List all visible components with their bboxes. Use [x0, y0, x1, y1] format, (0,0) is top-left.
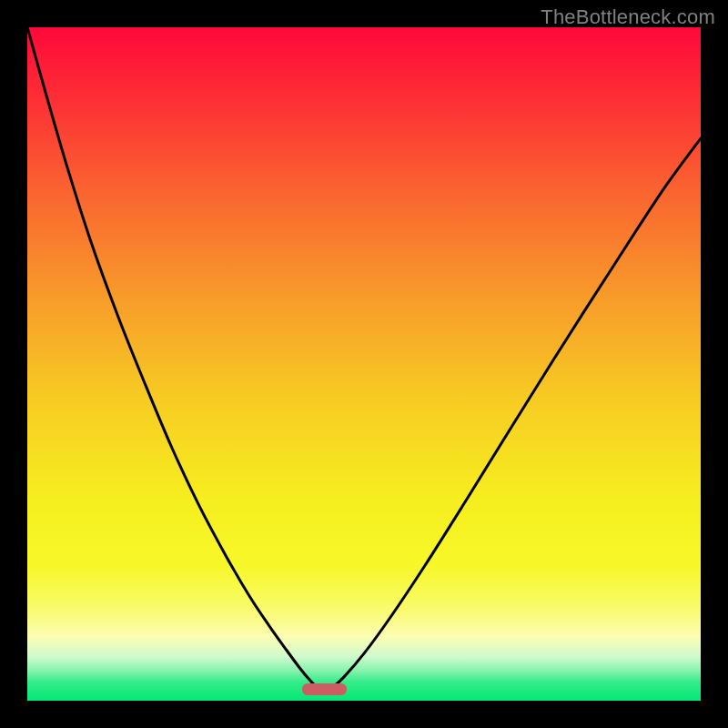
optimum-marker	[302, 683, 348, 695]
plot-svg	[27, 27, 701, 701]
plot-area	[27, 27, 701, 701]
chart-frame: TheBottleneck.com	[0, 0, 728, 728]
watermark-text: TheBottleneck.com	[541, 5, 715, 29]
gradient-background	[27, 27, 701, 701]
